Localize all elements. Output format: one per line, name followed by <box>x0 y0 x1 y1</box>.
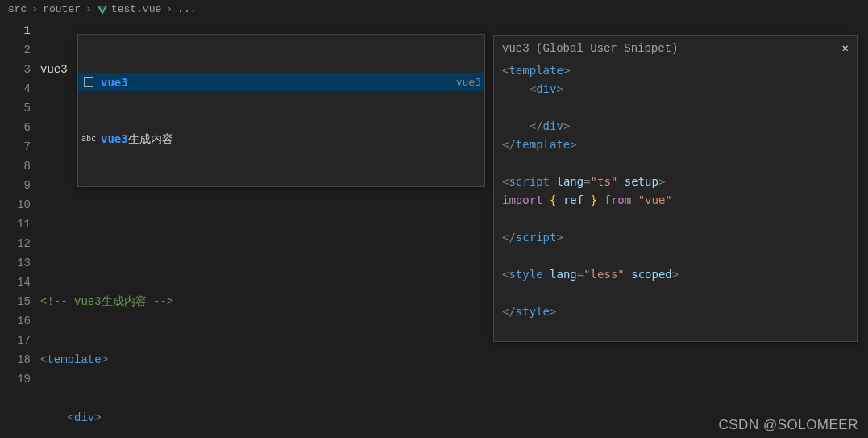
line-number: 16 <box>0 311 31 331</box>
doc-title: vue3 (Global User Snippet) <box>502 42 678 55</box>
line-number: 1 <box>0 21 31 40</box>
chevron-right-icon: › <box>31 3 38 15</box>
line-number: 19 <box>0 369 31 389</box>
line-number: 3 <box>0 60 31 79</box>
close-icon[interactable]: ✕ <box>842 41 849 55</box>
line-number: 6 <box>0 118 31 137</box>
line-number-gutter: 1 2 3 4 5 6 7 8 9 10 11 12 13 14 15 16 1… <box>0 18 40 438</box>
line-number: 13 <box>0 253 31 273</box>
line-number: 8 <box>0 156 31 176</box>
line-number: 5 <box>0 98 31 118</box>
line-number: 12 <box>0 234 31 253</box>
suggest-widget: vue3 vue3 abc vue3生成内容 <box>77 34 485 187</box>
suggest-label: vue3 <box>101 129 128 148</box>
breadcrumb-seg[interactable]: router <box>43 3 81 15</box>
line-number: 18 <box>0 350 31 369</box>
watermark: CSDN @SOLOMEER <box>718 417 858 433</box>
suggest-detail: vue3 <box>456 73 481 92</box>
breadcrumb: src › router › test.vue › ... <box>0 0 868 18</box>
code-text: vue3 <box>40 63 68 76</box>
doc-body: <template> <div> </div> </template> <scr… <box>494 60 857 323</box>
line-number: 17 <box>0 331 31 350</box>
line-number: 9 <box>0 176 31 195</box>
suggest-details-popup: vue3 (Global User Snippet) ✕ <template> … <box>493 35 858 342</box>
line-number: 10 <box>0 195 31 215</box>
suggest-item[interactable]: vue3 vue3 <box>78 73 484 91</box>
line-number: 14 <box>0 273 31 292</box>
line-number: 11 <box>0 215 31 234</box>
keyword-icon: abc <box>81 132 96 145</box>
breadcrumb-more[interactable]: ... <box>177 3 196 15</box>
line-number: 4 <box>0 79 31 98</box>
chevron-right-icon: › <box>166 3 172 15</box>
vue-icon <box>97 5 108 16</box>
breadcrumb-file[interactable]: test.vue <box>111 3 161 15</box>
line-number: 2 <box>0 40 31 60</box>
code-comment: <!-- vue3生成内容 --> <box>40 295 173 308</box>
breadcrumb-seg[interactable]: src <box>8 3 27 15</box>
snippet-icon <box>84 77 93 87</box>
line-number: 7 <box>0 137 31 156</box>
suggest-extra: 生成内容 <box>128 129 173 148</box>
suggest-label: vue3 <box>101 73 128 92</box>
line-number: 15 <box>0 292 31 311</box>
chevron-right-icon: › <box>85 3 92 15</box>
suggest-item[interactable]: abc vue3生成内容 <box>78 130 484 148</box>
